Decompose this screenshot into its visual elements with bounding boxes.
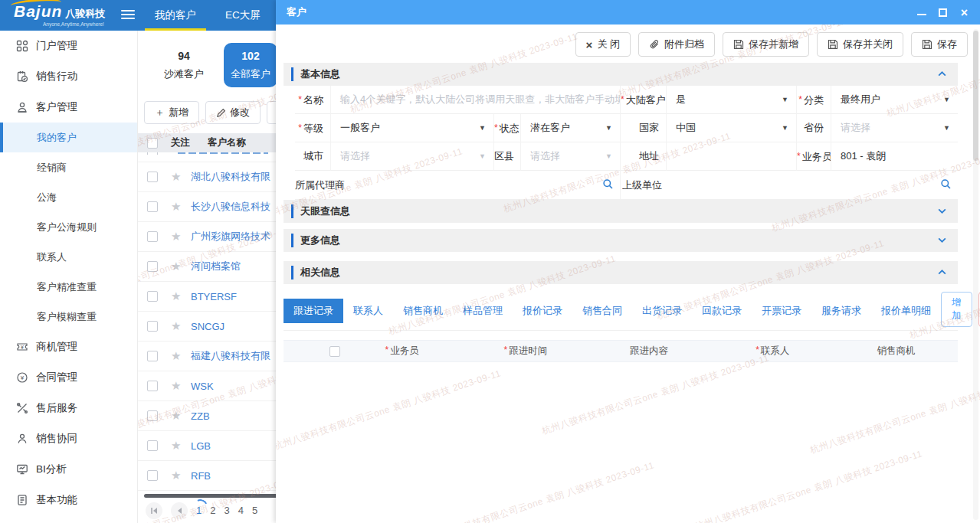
chevron-up-icon[interactable] [937, 267, 947, 277]
customer-name-link[interactable]: WSK [191, 381, 214, 392]
sidebar-subitem-contacts[interactable]: 联系人 [0, 242, 137, 272]
sidebar-subitem-fuzzy-dedup[interactable]: 客户模糊查重 [0, 302, 137, 332]
tab-shipments[interactable]: 出货记录 [632, 299, 692, 323]
first-page-button[interactable] [146, 502, 162, 519]
star-icon[interactable]: ★ [171, 319, 191, 333]
sidebar-subitem-dealers[interactable]: 经销商 [0, 152, 137, 182]
stat-beach-customers[interactable]: 94 沙滩客户 [164, 50, 204, 81]
customer-name-link[interactable]: 长沙八骏信息科技 [191, 200, 270, 214]
save-and-new-button[interactable]: 保存并新增 [723, 32, 809, 57]
star-icon[interactable]: ★ [171, 200, 191, 214]
maximize-icon[interactable] [939, 8, 947, 17]
sidebar-subitem-exact-dedup[interactable]: 客户精准查重 [0, 272, 137, 302]
salesman-input[interactable]: 801 - 袁朗 [831, 142, 958, 171]
menu-toggle-icon[interactable] [121, 10, 135, 21]
tab-follow-records[interactable]: 跟进记录 [284, 299, 343, 323]
tab-quote-details[interactable]: 报价单明细 [871, 299, 941, 323]
chevron-down-icon[interactable] [937, 206, 947, 216]
customer-name-link[interactable]: 广州彩旗网络技术 [191, 230, 270, 244]
sidebar-item-contract[interactable]: ¥ 合同管理 [0, 362, 137, 393]
section-tianyancha[interactable]: 天眼查信息 [284, 200, 958, 223]
tab-quotes[interactable]: 报价记录 [513, 299, 572, 323]
sidebar-item-after-sales[interactable]: 售后服务 [0, 393, 137, 423]
status-select[interactable]: 潜在客户▼ [521, 114, 621, 142]
search-icon[interactable] [602, 178, 614, 190]
star-icon[interactable]: ★ [171, 409, 191, 423]
customer-name-link[interactable]: 湖北八骏科技有限 [191, 170, 270, 184]
customer-name-link[interactable]: 河间档案馆 [191, 260, 241, 273]
sidebar-item-basic[interactable]: 基本功能 [0, 485, 137, 515]
chevron-up-icon[interactable] [937, 69, 947, 79]
star-icon[interactable]: ★ [171, 379, 191, 393]
scrollbar-thumb[interactable] [973, 31, 978, 161]
edit-button[interactable]: 修改 [205, 101, 261, 124]
section-related-info[interactable]: 相关信息 [284, 261, 958, 284]
search-icon[interactable] [940, 178, 952, 190]
sidebar-subitem-my-customers[interactable]: 我的客户 [0, 123, 137, 152]
close-button[interactable]: × 关 闭 [575, 32, 631, 57]
save-button[interactable]: 保存 [911, 32, 968, 57]
stat-all-customers[interactable]: 102 全部客户 [224, 43, 277, 87]
row-checkbox[interactable] [147, 440, 158, 451]
mainland-select[interactable]: 是▼ [667, 86, 797, 114]
sidebar-item-opportunity[interactable]: ¥ 商机管理 [0, 332, 137, 362]
tab-contacts[interactable]: 联系人 [343, 299, 393, 323]
category-select[interactable]: 最终用户▼ [831, 86, 958, 114]
page-5[interactable]: 5 [252, 505, 257, 516]
row-checkbox[interactable] [147, 351, 158, 361]
agent-search-input[interactable] [349, 171, 621, 199]
customer-name-link[interactable]: 福建八骏科技有限 [191, 349, 270, 363]
star-icon[interactable]: ★ [171, 289, 191, 303]
vertical-scrollbar[interactable] [973, 29, 978, 520]
customer-name-link[interactable]: ZZB [191, 410, 210, 422]
customer-name-link[interactable]: SNCGJ [191, 321, 225, 332]
tab-my-customers[interactable]: 我的客户 [142, 0, 209, 31]
select-all-checkbox[interactable] [329, 346, 340, 357]
minimize-icon[interactable] [917, 9, 926, 15]
row-checkbox[interactable] [147, 152, 158, 155]
page-2[interactable]: 2 [210, 505, 215, 516]
prev-page-button[interactable] [171, 502, 188, 519]
tab-ec-screen[interactable]: EC大屏 [209, 0, 277, 31]
sidebar-item-sales-collab[interactable]: 销售协同 [0, 423, 137, 454]
row-checkbox[interactable] [147, 231, 158, 242]
row-checkbox[interactable] [147, 410, 158, 421]
city-select[interactable]: 请选择▼ [331, 142, 494, 171]
customer-name-link[interactable]: BTYERSF [191, 291, 237, 302]
tab-service-requests[interactable]: 服务请求 [811, 299, 871, 323]
star-icon[interactable]: ★ [171, 260, 191, 273]
add-button[interactable]: ＋ 新增 [144, 101, 199, 124]
customer-name-link[interactable]: RFB [191, 470, 211, 482]
province-select[interactable]: 请选择▼ [831, 114, 958, 142]
district-select[interactable]: 请选择▼ [521, 142, 621, 171]
star-icon[interactable]: ★ [171, 469, 191, 482]
star-icon[interactable]: ★ [171, 349, 191, 363]
chevron-down-icon[interactable] [937, 235, 947, 245]
star-icon[interactable]: ★ [171, 439, 191, 453]
add-record-button[interactable]: 增加 [941, 292, 972, 327]
page-4[interactable]: 4 [238, 505, 244, 516]
level-select[interactable]: 一般客户▼ [331, 114, 494, 142]
tab-opportunities[interactable]: 销售商机 [393, 299, 453, 323]
page-1[interactable]: 1 [196, 505, 202, 516]
select-all-checkbox[interactable] [147, 138, 158, 149]
sidebar-subitem-sea-rules[interactable]: 客户公海规则 [0, 212, 137, 242]
row-checkbox[interactable] [147, 172, 158, 182]
sidebar-item-bi[interactable]: BI分析 [0, 454, 137, 485]
row-checkbox[interactable] [147, 291, 158, 302]
row-checkbox[interactable] [147, 381, 158, 391]
row-checkbox[interactable] [147, 261, 158, 272]
sidebar-item-customer-mgmt[interactable]: 客户管理 [0, 92, 137, 123]
country-select[interactable]: 中国▼ [667, 114, 797, 142]
address-input[interactable] [667, 142, 797, 171]
tab-payments[interactable]: 回款记录 [692, 299, 752, 323]
sidebar-item-sales-action[interactable]: 销售行动 [0, 61, 137, 92]
section-basic-info[interactable]: 基本信息 [284, 63, 958, 86]
sidebar-item-portal[interactable]: 门户管理 [0, 31, 137, 61]
star-icon[interactable]: ★ [171, 170, 191, 184]
star-icon[interactable]: ★ [171, 230, 191, 244]
sidebar-subitem-public-sea[interactable]: 公海 [0, 182, 137, 212]
tab-contracts[interactable]: 销售合同 [572, 299, 632, 323]
row-checkbox[interactable] [147, 201, 158, 212]
tab-invoices[interactable]: 开票记录 [752, 299, 811, 323]
